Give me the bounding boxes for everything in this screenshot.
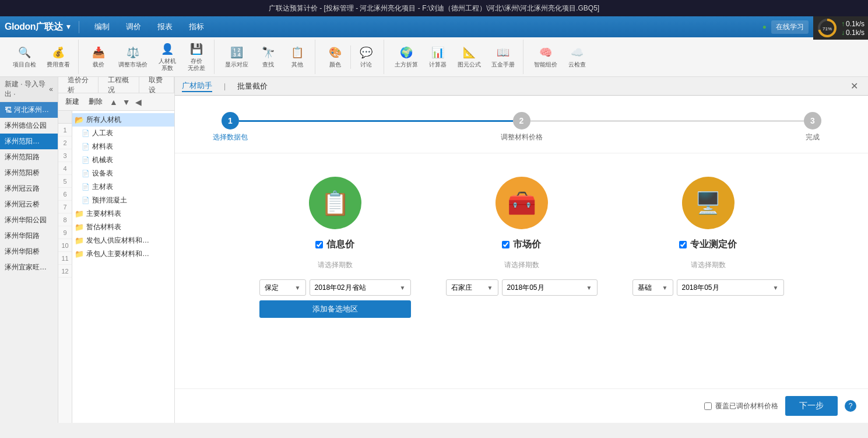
tree-node-equipment-label: 设备表 [92, 169, 113, 178]
next-btn[interactable]: 下一步 [785, 396, 838, 416]
save-price-btn[interactable]: 💾 存价无价差 [182, 40, 210, 74]
tree-node-equipment[interactable]: 📄 设备表 [72, 167, 174, 180]
project-check-icon: 🔍 [17, 45, 31, 59]
market-price-region-select[interactable]: 石家庄 ▼ [446, 279, 498, 296]
cards-area: 📋 信息价 请选择期数 保定 ▼ [175, 153, 868, 388]
sidebar-item-10[interactable]: 涿州宜家旺… [0, 260, 58, 275]
sidebar-item-1[interactable]: 涿州德信公园 [0, 118, 58, 134]
modal-title-batch[interactable]: 批量截价 [237, 81, 268, 92]
row-7: 7 [58, 201, 72, 213]
dropdown-arrow-icon[interactable]: ▼ [65, 23, 72, 31]
discuss-label: 讨论 [360, 61, 372, 68]
override-checkbox-label[interactable]: 覆盖已调价材料价格 [704, 401, 778, 411]
tree-node-employer[interactable]: 📁 发包人供应材料和… [72, 234, 174, 247]
professional-price-card: 🖥️ 专业测定价 请选择期数 基础 ▼ [632, 177, 784, 296]
search-btn[interactable]: 🔭 查找 [254, 43, 282, 71]
info-price-region-select[interactable]: 保定 ▼ [259, 279, 306, 296]
tree-node-contractor[interactable]: 📁 承包人主要材料和… [72, 247, 174, 261]
sidebar-item-5[interactable]: 涿州冠云路 [0, 181, 58, 197]
sidebar-nav-label[interactable]: 新建 · 导入导出 · [5, 79, 47, 99]
tab-fee-settings[interactable]: 取费设 [139, 77, 174, 93]
tree-node-premixed[interactable]: 📄 预拌混凝土 [72, 194, 174, 207]
earthwork-btn[interactable]: 🌍 土方折算 [390, 43, 423, 71]
cloud-check-btn[interactable]: ☁️ 云检查 [563, 43, 591, 71]
calculator-btn[interactable]: 📊 计算器 [424, 43, 452, 71]
other-btn[interactable]: 📋 其他 [283, 43, 311, 71]
tree-node-material[interactable]: 📄 材料表 [72, 140, 174, 153]
override-checkbox[interactable] [704, 402, 712, 410]
smart-price-btn[interactable]: 🧠 智能组价 [529, 43, 562, 71]
market-price-period-select[interactable]: 2018年05月 ▼ [502, 279, 598, 296]
menu-item-edit[interactable]: 编制 [86, 19, 118, 35]
display-match-btn[interactable]: 🔢 显示对应 [220, 43, 253, 71]
sidebar-item-project[interactable]: 🏗 河北涿州… [0, 102, 58, 118]
menu-bar: Glodon广联达 ▼ 编制 调价 报表 指标 ● 在线学习 ⋮⋮ 窗口 [0, 16, 868, 37]
labor-material-btn[interactable]: 👤 人材机系数 [153, 40, 181, 74]
handbook-btn[interactable]: 📖 五金手册 [487, 43, 519, 71]
online-study-btn[interactable]: 在线学习 [771, 20, 809, 34]
load-price-label: 载价 [93, 61, 104, 68]
sidebar-item-9[interactable]: 涿州华阳桥 [0, 244, 58, 260]
sidebar-item-7[interactable]: 涿州华阳公园 [0, 212, 58, 228]
tree-new-btn[interactable]: 新建 [62, 96, 83, 108]
menu-item-adjust[interactable]: 调价 [118, 19, 149, 35]
modal-close-btn[interactable]: ✕ [847, 79, 861, 93]
tree-down-arrow-icon[interactable]: ▼ [121, 96, 132, 108]
color-btn[interactable]: 🎨 颜色 [321, 43, 349, 71]
labor-material-icon: 👤 [160, 42, 174, 56]
row-12: 12 [58, 265, 72, 278]
info-price-period-select[interactable]: 2018年02月省站 ▼ [310, 279, 411, 296]
tree-node-all-materials[interactable]: 📂 所有人材机 [72, 113, 174, 127]
cloud-check-icon: ☁️ [570, 45, 584, 59]
upload-speed: ↑ 0.1k/s [841, 20, 865, 28]
fee-view-btn[interactable]: 💰 费用查看 [42, 43, 75, 71]
sidebar-item-4[interactable]: 涿州范阳桥 [0, 165, 58, 181]
adjust-market-btn[interactable]: ⚖️ 调整市场价 [114, 43, 152, 71]
sidebar-item-6[interactable]: 涿州冠云桥 [0, 197, 58, 212]
tab-cost-analysis[interactable]: 造价分析 [58, 77, 99, 93]
info-price-icon-bg: 📋 [309, 177, 361, 229]
info-price-subtitle: 请选择期数 [318, 260, 353, 270]
menu-item-index[interactable]: 指标 [181, 19, 212, 35]
info-price-period-value: 2018年02月省站 [315, 283, 366, 293]
add-region-btn[interactable]: 添加备选地区 [259, 300, 411, 318]
tree-node-main-material[interactable]: 📄 主材表 [72, 180, 174, 194]
file-icon-material: 📄 [82, 143, 90, 150]
sidebar-item-8[interactable]: 涿州华阳路 [0, 228, 58, 244]
sidebar-collapse-icon[interactable]: « [49, 85, 53, 93]
tree-up-arrow-icon[interactable]: ▲ [108, 96, 119, 108]
professional-price-period-select[interactable]: 2018年05月 ▼ [677, 279, 784, 296]
formula-btn[interactable]: 📐 图元公式 [453, 43, 486, 71]
row-9: 9 [58, 226, 72, 239]
info-price-title: 信息价 [326, 239, 354, 251]
step-1-label: 选择数据包 [213, 132, 248, 142]
step-connector-1 [239, 120, 513, 122]
tree-collapse-icon[interactable]: ◀ [134, 96, 143, 108]
professional-price-checkbox[interactable] [679, 241, 687, 248]
load-price-btn[interactable]: 📥 载价 [85, 43, 113, 71]
down-arrow-icon: ↓ [841, 29, 845, 37]
info-price-checkbox[interactable] [315, 241, 323, 248]
tab-project-overview[interactable]: 工程概况 [99, 77, 139, 93]
discuss-btn[interactable]: 💬 讨论 [352, 43, 380, 71]
sidebar-item-3[interactable]: 涿州范阳路 [0, 149, 58, 165]
project-check-btn[interactable]: 🔍 项目自检 [8, 43, 41, 71]
file-icon-equipment: 📄 [82, 170, 90, 177]
menu-item-report[interactable]: 报表 [149, 19, 181, 35]
tree-node-machine[interactable]: 📄 机械表 [72, 153, 174, 167]
tree-node-main-table[interactable]: 📁 主要材料表 [72, 207, 174, 220]
step-3-circle: 3 [804, 112, 821, 129]
save-price-label: 存价无价差 [188, 58, 205, 72]
tree-delete-btn[interactable]: 删除 [85, 96, 106, 108]
help-icon[interactable]: ? [845, 400, 856, 412]
fee-view-icon: 💰 [51, 45, 65, 59]
other-label: 其他 [291, 61, 303, 68]
professional-price-type-select[interactable]: 基础 ▼ [632, 279, 673, 296]
tree-node-estimate[interactable]: 📁 暂估材料表 [72, 220, 174, 234]
calculator-label: 计算器 [429, 61, 447, 68]
sidebar-item-2[interactable]: 涿州范阳… [0, 134, 58, 149]
modal-title-assistant[interactable]: 广材助手 [182, 80, 212, 92]
tree-node-labor[interactable]: 📄 人工表 [72, 127, 174, 140]
market-price-checkbox[interactable] [502, 241, 509, 248]
toolbar-group-display: 🔢 显示对应 🔭 查找 📋 其他 [217, 40, 315, 74]
